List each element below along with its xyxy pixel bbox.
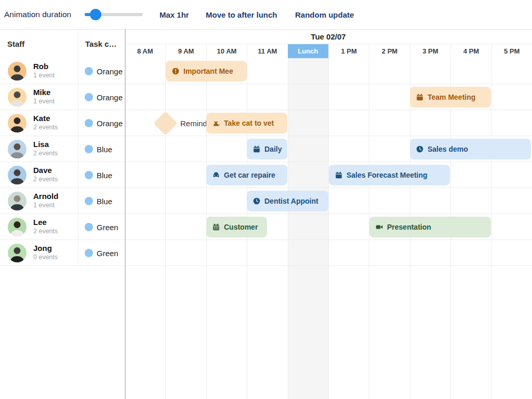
- event-presentation[interactable]: Presentation: [369, 217, 491, 237]
- clock-icon: [253, 197, 260, 205]
- task-color-label: Orange: [97, 58, 123, 84]
- task-color-cell[interactable]: Blue: [78, 136, 125, 162]
- staff-name: Jong: [33, 243, 58, 253]
- time-cell-9am: 9 AM: [165, 44, 206, 58]
- exclamation-circle-icon: [172, 68, 179, 75]
- staff-event-count: 2 events: [33, 227, 58, 236]
- staff-cell[interactable]: Lisa2 events: [0, 136, 78, 162]
- staff-column-header[interactable]: Staff: [0, 29, 78, 58]
- event-title: Take cat to vet: [224, 119, 274, 127]
- task-color-label: Green: [97, 240, 118, 266]
- staff-row-lisa: Lisa2 events Blue: [0, 136, 125, 162]
- staff-cell[interactable]: Rob1 event: [0, 58, 78, 84]
- task-color-label: Blue: [97, 162, 112, 188]
- staff-name: Dave: [33, 165, 58, 175]
- time-cell-lunch: Lunch: [288, 44, 328, 58]
- time-cell-2pm: 2 PM: [369, 44, 409, 58]
- reminder-milestone[interactable]: [153, 111, 178, 136]
- time-cell-11am: 11 AM: [247, 44, 287, 58]
- staff-row-kate: Kate2 events Orange: [0, 110, 125, 136]
- task-color-cell[interactable]: Green: [78, 214, 125, 240]
- event-title: Presentation: [387, 223, 431, 231]
- time-cell-4pm: 4 PM: [450, 44, 491, 58]
- task-color-dot: [85, 171, 93, 179]
- staff-event-count: 2 events: [33, 149, 58, 158]
- task-color-cell[interactable]: Green: [78, 240, 125, 266]
- staff-cell[interactable]: Lee2 events: [0, 214, 78, 240]
- staff-cell[interactable]: Arnold1 event: [0, 188, 78, 214]
- calendar-days-icon: [212, 223, 220, 231]
- task-color-dot: [85, 119, 93, 127]
- task-color-cell[interactable]: Orange: [78, 58, 125, 84]
- staff-name: Lisa: [33, 139, 58, 149]
- event-team-meeting[interactable]: Team Meeting: [410, 87, 491, 108]
- time-cell-5pm: 5 PM: [491, 44, 532, 58]
- task-color-cell[interactable]: Blue: [78, 162, 125, 188]
- task-color-column-header[interactable]: Task c…: [78, 29, 125, 58]
- date-header: Tue 02/07: [125, 29, 532, 44]
- calendar-icon: [416, 94, 423, 101]
- event-important-meeting[interactable]: Important Mee: [166, 61, 247, 82]
- staff-event-count: 0 events: [33, 253, 58, 262]
- task-color-label: Blue: [97, 136, 112, 162]
- staff-row-lee: Lee2 events Green: [0, 214, 125, 240]
- clock-icon: [416, 145, 423, 153]
- avatar: [8, 192, 26, 210]
- staff-event-count: 1 event: [33, 97, 55, 106]
- task-color-label: Orange: [97, 84, 123, 110]
- event-title: Sales Forecast Meeting: [347, 171, 428, 179]
- video-camera-icon: [376, 223, 383, 231]
- task-color-label: Orange: [97, 110, 123, 136]
- staff-name: Mike: [33, 87, 55, 97]
- event-sales-demo[interactable]: Sales demo: [410, 139, 531, 159]
- staff-row-mike: Mike1 event Orange: [0, 84, 125, 110]
- event-title: Sales demo: [428, 145, 468, 153]
- calendar-icon: [335, 171, 342, 179]
- time-cell-1pm: 1 PM: [328, 44, 369, 58]
- time-axis: 8 AM 9 AM 10 AM 11 AM Lunch 1 PM 2 PM 3 …: [125, 44, 532, 58]
- task-color-dot: [85, 93, 93, 101]
- animation-duration-slider[interactable]: [85, 9, 143, 20]
- avatar: [8, 244, 26, 262]
- task-color-dot: [85, 67, 93, 75]
- event-get-car-repaired[interactable]: Get car repaire: [206, 165, 287, 185]
- staff-name: Lee: [33, 217, 58, 227]
- task-color-cell[interactable]: Blue: [78, 188, 125, 214]
- staff-row-rob: Rob1 event Orange: [0, 58, 125, 84]
- avatar: [8, 114, 26, 132]
- event-take-cat-to-vet[interactable]: Take cat to vet: [206, 113, 287, 134]
- event-daily[interactable]: Daily: [247, 139, 287, 159]
- time-cell-8am: 8 AM: [125, 44, 165, 58]
- event-customer[interactable]: Customer: [206, 217, 267, 237]
- task-color-cell[interactable]: Orange: [78, 110, 125, 136]
- event-dentist-appointment[interactable]: Dentist Appoint: [247, 191, 328, 211]
- staff-name: Kate: [33, 113, 58, 123]
- event-sales-forecast-meeting[interactable]: Sales Forecast Meeting: [329, 165, 450, 185]
- event-title: Daily: [264, 145, 282, 153]
- staff-event-count: 2 events: [33, 175, 58, 184]
- time-cell-10am: 10 AM: [206, 44, 247, 58]
- task-color-label: Green: [97, 214, 118, 240]
- staff-cell[interactable]: Kate2 events: [0, 110, 78, 136]
- scheduler-app: Animation duration Max 1hr Move to after…: [0, 0, 532, 399]
- move-to-after-lunch-button[interactable]: Move to after lunch: [206, 0, 277, 29]
- avatar: [8, 88, 26, 107]
- random-update-button[interactable]: Random update: [295, 0, 354, 29]
- slider-handle[interactable]: [90, 9, 101, 20]
- time-cell-3pm: 3 PM: [410, 44, 450, 58]
- avatar: [8, 140, 26, 158]
- staff-name: Arnold: [33, 191, 58, 201]
- task-color-dot: [85, 249, 93, 257]
- staff-cell[interactable]: Mike1 event: [0, 84, 78, 110]
- calendar-icon: [253, 145, 260, 153]
- avatar: [8, 166, 26, 184]
- task-color-cell[interactable]: Orange: [78, 84, 125, 110]
- staff-row-jong: Jong0 events Green: [0, 240, 125, 266]
- cat-icon: [212, 119, 220, 127]
- staff-cell[interactable]: Jong0 events: [0, 240, 78, 266]
- staff-cell[interactable]: Dave2 events: [0, 162, 78, 188]
- task-color-dot: [85, 145, 93, 153]
- grid-splitter[interactable]: [125, 29, 126, 399]
- max-1hr-button[interactable]: Max 1hr: [159, 0, 189, 29]
- event-title: Dentist Appoint: [264, 197, 318, 205]
